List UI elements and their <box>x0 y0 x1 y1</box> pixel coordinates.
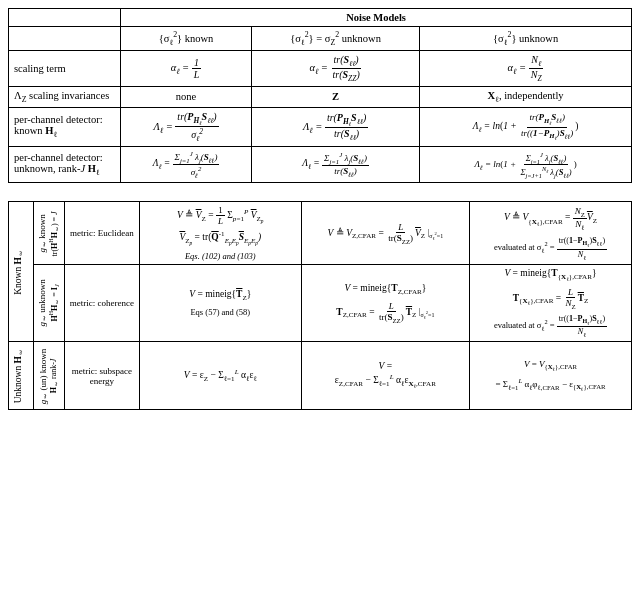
top-table: Noise Models {σℓ2} known {σℓ2} = σZ2 unk… <box>8 8 632 183</box>
scaling-c3: αℓ = NℓNZ <box>420 50 632 86</box>
unknown-hl-c3: V = V{Xℓ},CFAR = Σℓ=1L αℓφℓ,CFAR − ε{Xℓ}… <box>470 342 632 410</box>
coherence-metric-label: metric: coherence <box>65 265 140 342</box>
bottom-table: Known Hℓ gℓ known tr(HHHℓ) = J metric: E… <box>8 201 632 410</box>
unknown-gl-c1: V = mineig{TZ} Eqs (57) and (58) <box>139 265 301 342</box>
invariances-c2: Z <box>251 86 419 107</box>
per-channel-known-c3: Λℓ = ln(1 + tr(PHℓSℓℓ)tr((1−PHℓ)Sℓℓ)) <box>420 107 632 147</box>
unknown-hl-c1: V = εZ − Σℓ=1L αℓεℓ <box>139 342 301 410</box>
unknown-hl-outer-label: Unknown Hℓ <box>9 342 34 410</box>
gl-unknown-label: gℓ unknown HHHℓ = IJ <box>33 265 64 342</box>
invariances-c1: none <box>121 86 252 107</box>
subspace-metric-label: metric: subspace energy <box>65 342 140 410</box>
col3-header: {σℓ2} unknown <box>420 27 632 51</box>
known-gl-c2: V ≜ VZ,CFAR = Ltr(SZZ)VZ |σℓ2=1 <box>301 202 469 265</box>
col2-header: {σℓ2} = σZ2 unknown <box>251 27 419 51</box>
invariances-c3: Xℓ, independently <box>420 86 632 107</box>
per-channel-known-c2: Λℓ = tr(PHℓSℓℓ)tr(Sℓℓ) <box>251 107 419 147</box>
col1-header: {σℓ2} known <box>121 27 252 51</box>
gap <box>8 193 632 201</box>
per-channel-unknown-c1: Λℓ = Σj=1J λj(Sℓℓ)σℓ2 <box>121 147 252 183</box>
scaling-term-label: scaling term <box>9 50 121 86</box>
scaling-c1: αℓ = 1L <box>121 50 252 86</box>
per-channel-unknown-c2: Λℓ = Σj=1J λj(Sℓℓ)tr(Sℓℓ) <box>251 147 419 183</box>
gl-known-label: gℓ known tr(HHHℓ) = J <box>33 202 64 265</box>
unknown-gl-c2: V = mineig{TZ,CFAR} TZ,CFAR = Ltr(SZZ)TZ… <box>301 265 469 342</box>
main-container: Noise Models {σℓ2} known {σℓ2} = σZ2 unk… <box>8 8 632 410</box>
per-channel-unknown-label: per-channel detector:unknown, rank-J Hℓ <box>9 147 121 183</box>
known-gl-c3: V ≜ V{Xℓ},CFAR = NZNℓVZ evaluated at σℓ2… <box>470 202 632 265</box>
gl-unk-known-label: gℓ (un) known Hℓ rank-J <box>33 342 64 410</box>
sub-header-empty <box>9 27 121 51</box>
scaling-c2: αℓ = tr(Sℓℓ)tr(SZZ) <box>251 50 419 86</box>
per-channel-unknown-c3: Λℓ = ln(1 + Σj=1J λj(Sℓℓ)Σj=J+1Nℓ λj(Sℓℓ… <box>420 147 632 183</box>
header-empty <box>9 9 121 27</box>
known-gl-c1: V ≜ VZ = 1L Σp=1P VZp VZp = tr(Q-1EpEpSE… <box>139 202 301 265</box>
per-channel-known-label: per-channel detector:known Hℓ <box>9 107 121 147</box>
known-hl-outer-label: Known Hℓ <box>9 202 34 342</box>
per-channel-known-c1: Λℓ = tr(PHℓSℓℓ)σℓ2 <box>121 107 252 147</box>
invariances-label: ΛZ scaling invariances <box>9 86 121 107</box>
unknown-gl-c3: V = mineig{T{Xℓ},CFAR} T{Xℓ},CFAR = LNZT… <box>470 265 632 342</box>
noise-models-header: Noise Models <box>121 9 632 27</box>
euclidean-metric-label: metric: Euclidean <box>65 202 140 265</box>
unknown-hl-c2: V = εZ,CFAR − Σℓ=1L αℓεXℓ,CFAR <box>301 342 469 410</box>
